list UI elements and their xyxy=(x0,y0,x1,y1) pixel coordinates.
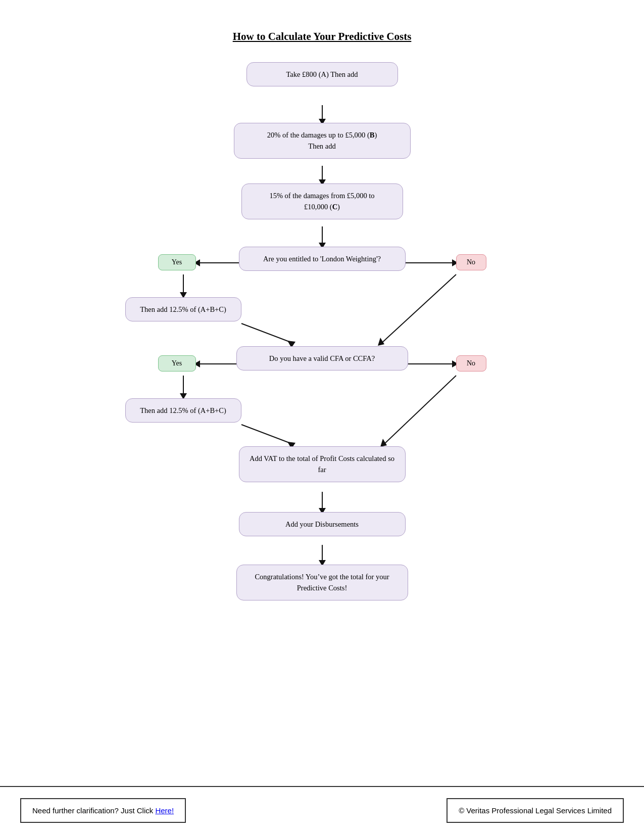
box-london-weighting: Are you entitled to 'London Weighting'? xyxy=(239,247,406,271)
here-link[interactable]: Here! xyxy=(155,806,174,815)
box-add-125-1: Then add 12.5% of (A+B+C) xyxy=(125,297,241,321)
box-disbursements: Add your Disbursements xyxy=(239,512,406,536)
svg-line-14 xyxy=(380,274,456,344)
box-cfa-ccfa: Do you have a valid CFA or CCFA? xyxy=(236,346,408,370)
page: How to Calculate Your Predictive Costs xyxy=(0,0,644,834)
yes-london-weighting: Yes xyxy=(158,254,196,270)
footer: Need further clarification? Just Click H… xyxy=(0,786,644,834)
svg-marker-25 xyxy=(380,439,387,447)
no-london-weighting: No xyxy=(456,254,486,270)
box-15-percent: 15% of the damages from £5,000 to£10,000… xyxy=(241,183,403,219)
page-title: How to Calculate Your Predictive Costs xyxy=(233,30,412,43)
footer-right: © Veritas Professional Legal Services Li… xyxy=(447,798,624,823)
box-add-vat: Add VAT to the total of Profit Costs cal… xyxy=(239,446,406,482)
box-take-800: Take £800 (A) Then add xyxy=(246,62,398,86)
yes-cfa: Yes xyxy=(158,355,196,372)
footer-left: Need further clarification? Just Click H… xyxy=(20,798,186,823)
box-20-percent: 20% of the damages up to £5,000 (B)Then … xyxy=(234,123,411,159)
svg-line-24 xyxy=(383,376,456,445)
no-cfa: No xyxy=(456,355,486,372)
svg-line-22 xyxy=(241,425,292,444)
svg-line-12 xyxy=(241,323,292,343)
box-add-125-2: Then add 12.5% of (A+B+C) xyxy=(125,398,241,423)
flow-container: Take £800 (A) Then add 20% of the damage… xyxy=(100,57,544,755)
svg-marker-15 xyxy=(378,338,384,346)
box-congratulations: Congratulations! You’ve got the total fo… xyxy=(236,565,408,600)
